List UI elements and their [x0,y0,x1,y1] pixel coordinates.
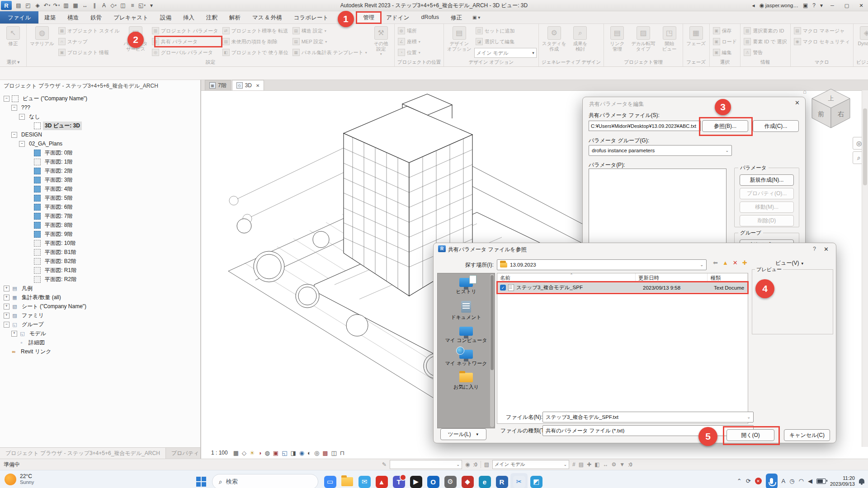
minimize-button[interactable]: ─ [827,3,837,8]
tab-architecture[interactable]: 建築 [38,11,61,23]
worksets-icon[interactable]: ✎ [382,461,387,468]
close-icon[interactable]: ✕ [256,83,259,88]
selection-filter-icon[interactable]: ▼ [619,461,625,468]
footer-tab-project-browser[interactable]: プロジェクト ブラウザ - ステップ3+4+5+6_複合モデル_ARCH [0,448,166,459]
revit-menu[interactable]: R [1,1,12,10]
wifi-icon[interactable]: ◠ [799,478,804,484]
microphone-button[interactable] [766,474,778,488]
add-to-set-button[interactable]: ◫セットに追加 [474,25,537,36]
tree-item[interactable]: −DESIGN [0,130,200,139]
manage-links-button[interactable]: ▤リンク管理 [606,25,628,52]
checkbox-checked-icon[interactable]: ✓ [500,285,506,291]
start-button[interactable] [193,474,209,488]
back-icon[interactable]: ⬅ [713,259,718,266]
tab-manage[interactable]: 管理 [357,11,380,23]
taskbar-clock[interactable]: 11:202023/09/13 [830,475,855,487]
new-folder-icon[interactable]: ✚ [742,259,747,266]
filetype-select[interactable]: 共有のパラメータ ファイル (*.txt)⌄ [542,425,754,436]
aligned-dimension-icon[interactable]: ∥ [90,1,99,9]
tree-item[interactable]: −??? [0,103,200,112]
edit-selection-button[interactable]: ▣編集 [712,47,739,58]
home-icon[interactable]: ⌂ [803,88,807,95]
tree-item[interactable]: 平面図: 8階 [0,221,200,230]
tree-item[interactable]: 平面図: R1階 [0,266,200,275]
editable-only-icon[interactable]: ◉ [465,461,470,468]
project-information-button[interactable]: ▣プロジェクト 情報 [57,47,121,58]
collapse-icon[interactable]: − [19,114,25,120]
view-scale[interactable]: 1 : 100 [209,449,230,456]
worksharing-display-icon[interactable]: ▩ [322,450,328,456]
tree-item[interactable]: +◱モデル [0,329,200,338]
active-design-option-select[interactable]: メイン モデル▾ [474,48,537,58]
select-links-icon[interactable]: # [572,461,576,468]
open-icon[interactable]: ◰ [24,1,33,9]
canvas-scrollbar[interactable] [862,90,868,447]
tab-addins[interactable]: アドイン [380,11,415,23]
tray-sync-icon[interactable]: ⟳ [746,478,751,484]
mail-icon[interactable]: ✉ [356,473,373,488]
redo-icon[interactable]: ↷▾ [52,1,61,9]
parameters-service-button[interactable]: ▤パラメータサービス2 [122,25,149,52]
red-app-icon[interactable]: ▲ [373,473,390,488]
volume-icon[interactable]: ◀ [808,478,812,484]
revit-icon[interactable]: R [493,473,510,488]
analytical-model-icon[interactable]: ◫ [331,450,337,456]
modify-button[interactable]: ↖修正 [2,25,24,47]
mep-settings-button[interactable]: ▤MEP 設定▾ [291,36,368,47]
save-icon[interactable]: ◈ [33,1,42,9]
save-selection-button[interactable]: ▣保存 [712,25,739,36]
tree-item[interactable]: −◱グループ [0,320,200,329]
tree-item[interactable]: ∞Revit リンク [0,347,200,356]
expand-icon[interactable]: + [11,331,17,337]
tab-view[interactable]: 表示1 [334,11,357,23]
default-3d-view-icon[interactable]: ◇▾ [109,1,118,9]
macro-security-button[interactable]: ◉マクロ セキュリティ [793,36,851,47]
tree-item[interactable]: +▧シート ("Company Name") [0,302,200,311]
cancel-button[interactable]: キャンセル(C) [784,429,830,441]
crop-view-icon[interactable]: ▣ [273,450,278,456]
close-button[interactable]: ✕ [856,3,866,9]
expand-icon[interactable]: + [4,286,9,291]
tree-item[interactable]: 平面図: 7階 [0,211,200,221]
select-by-face-icon[interactable]: ◧ [594,461,599,468]
taskbar-search[interactable]: ⌕ 検索 [212,474,318,488]
global-parameters-button[interactable]: ◎グローバル パラメータ [151,47,220,58]
snaps-button[interactable]: ∩スナップ [57,36,121,47]
help-icon[interactable]: ? [813,246,816,252]
pick-to-edit-button[interactable]: ◪選択して編集 [474,36,537,47]
macro-manager-button[interactable]: ▤マクロ マネージャ [793,25,851,36]
tree-item[interactable]: 平面図: 5階 [0,193,200,202]
workset-select[interactable]: ⌄ [390,460,462,469]
collapse-icon[interactable]: − [11,132,17,138]
view-tab-7f[interactable]: ▦7階 [205,80,231,90]
filename-input[interactable]: ステップ3_複合モデル_SPF.txt⌄ [542,412,754,422]
tab-insert[interactable]: 挿入 [177,11,200,23]
tools-button[interactable]: ツール(L)▼ [440,428,486,440]
collapse-icon[interactable]: − [11,105,17,111]
materials-button[interactable]: ◍マテリアル [28,25,56,47]
notifications-icon[interactable] [859,479,864,483]
teams-icon[interactable]: T [390,473,407,488]
up-one-level-icon[interactable]: ▲ [722,259,728,266]
alarms-icon[interactable]: ◷ [789,478,794,484]
transfer-project-standards-button[interactable]: ⇄プロジェクト標準を 転送 [221,25,290,36]
tree-item[interactable]: 平面図: 1階 [0,157,200,166]
active-design-option-select[interactable]: メイン モデル⌄ [492,460,569,469]
detail-level-icon[interactable]: ▦ [233,450,239,456]
user-icon[interactable]: ◉jasper.wong… [760,2,798,9]
expand-icon[interactable]: + [4,304,9,310]
tab-structure[interactable]: 構造 [61,11,85,23]
section-icon[interactable]: ◫ [118,1,127,9]
undo-icon[interactable]: ↶▾ [42,1,52,9]
new-parameter-button[interactable]: 新規作成(N)... [740,174,794,186]
place-favorites[interactable]: お気に入り [438,373,495,390]
select-by-id-button[interactable]: ▥要素 ID で 選択 [742,36,788,47]
column-header-0[interactable]: 名前⌃ [497,273,636,282]
text-icon[interactable]: A [99,1,108,9]
tab-systems[interactable]: 設備 [154,11,177,23]
tab-massing-site[interactable]: マス & 外構 [246,11,288,23]
place-documents[interactable]: ドキュメント [438,301,495,321]
switch-windows-icon[interactable]: ◱▾ [137,1,146,9]
document-icon[interactable]: ▤ [14,1,23,9]
reveal-hidden-elements-icon[interactable]: ◉ [299,450,304,456]
